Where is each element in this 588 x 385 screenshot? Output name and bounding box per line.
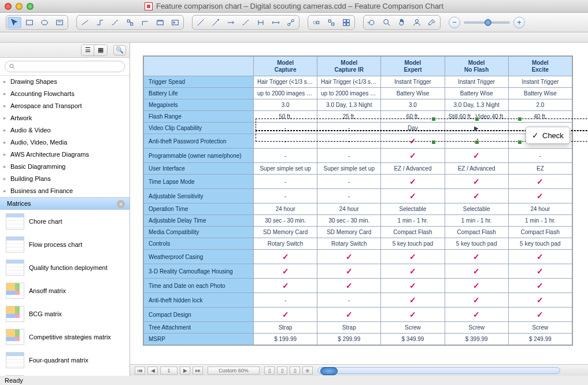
chart-cell[interactable]: -: [254, 293, 317, 308]
chart-cell[interactable]: ✓: [317, 264, 381, 279]
align-tool-2[interactable]: [324, 17, 338, 28]
chart-cell[interactable]: Compact Flash: [381, 227, 445, 238]
chart-cell[interactable]: Battery Wise: [381, 88, 445, 99]
text-tool[interactable]: [53, 17, 66, 28]
library-item[interactable]: BCG matrix: [0, 302, 130, 325]
chart-cell[interactable]: 3.0: [254, 99, 317, 111]
library-item[interactable]: Four-quadrant matrix: [0, 349, 130, 372]
chart-cell[interactable]: ✓: [445, 264, 508, 279]
chart-cell[interactable]: 2.0: [508, 99, 572, 111]
zoom-track[interactable]: [464, 21, 510, 24]
chart-cell[interactable]: Hair Trigger (<1/3 sec): [254, 76, 317, 88]
chart-cell[interactable]: $ 249.99: [508, 334, 572, 345]
sidebar-category-item[interactable]: Audio, Video, Media: [0, 136, 130, 149]
chart-cell[interactable]: ✓: [508, 175, 572, 189]
library-item[interactable]: Positioning map: [0, 372, 130, 376]
eyedropper-tool[interactable]: [425, 17, 439, 28]
chart-cell[interactable]: Selectable: [445, 203, 508, 215]
chart-cell[interactable]: ✓: [381, 175, 445, 189]
pan-tool[interactable]: [395, 17, 409, 28]
line-tool-1[interactable]: [194, 17, 208, 28]
zoom-tool[interactable]: [380, 17, 394, 28]
chart-cell[interactable]: 3.0: [381, 99, 445, 111]
chart-cell[interactable]: ✓: [445, 279, 508, 293]
sidebar-search-input[interactable]: [5, 61, 125, 72]
chart-cell[interactable]: ✓: [381, 264, 445, 279]
chart-cell[interactable]: 1 min - 1 hr.: [445, 215, 508, 227]
chart-cell[interactable]: ✓: [508, 189, 572, 203]
connector-tool-5[interactable]: [138, 17, 152, 28]
chart-cell[interactable]: ✓: [508, 264, 572, 279]
chart-cell[interactable]: ▶: [445, 123, 508, 134]
chart-cell[interactable]: -: [317, 189, 381, 203]
chart-cell[interactable]: 3.0 Day, 1.3 Night: [445, 99, 508, 111]
chart-cell[interactable]: -: [254, 175, 317, 189]
page-prev-button[interactable]: ◀: [147, 367, 158, 375]
chart-cell[interactable]: Still 60 ft., Video 40 ft.: [445, 111, 508, 123]
sidebar-category-item[interactable]: Business and Finance: [0, 185, 130, 197]
chart-cell[interactable]: EZ / Advanced: [445, 163, 508, 175]
chart-cell[interactable]: -: [508, 149, 572, 163]
chart-cell[interactable]: ✓: [254, 250, 317, 264]
chart-cell[interactable]: Battery Wise: [508, 88, 572, 99]
library-item[interactable]: Chore chart: [0, 210, 130, 233]
chart-cell[interactable]: up to 2000 images per set: [254, 88, 317, 99]
chart-cell[interactable]: EZ / Advanced: [381, 163, 445, 175]
chart-cell[interactable]: 60 ft.: [381, 111, 445, 123]
page-last-button[interactable]: ⏭: [193, 367, 203, 375]
view-toggle-grid[interactable]: ▦: [94, 45, 107, 55]
chart-cell[interactable]: ✓: [508, 293, 572, 308]
scrollbar-thumb[interactable]: [320, 367, 338, 375]
chart-cell[interactable]: ✓: [445, 175, 508, 189]
chart-cell[interactable]: Compact Flash: [445, 227, 508, 238]
chart-cell[interactable]: Hair Trigger (<1/3 sec): [317, 76, 381, 88]
chart-cell[interactable]: 50 ft.: [254, 111, 317, 123]
chart-cell[interactable]: Rotary Switch: [254, 238, 317, 250]
chart-cell[interactable]: 25 ft.: [317, 111, 381, 123]
canvas-scroll[interactable]: ModelCaptureModelCapture IRModelExpertMo…: [130, 43, 588, 364]
chart-cell[interactable]: 24 hour: [508, 203, 572, 215]
chart-cell[interactable]: ✓: [508, 308, 572, 322]
page-add[interactable]: ※: [302, 367, 313, 375]
chart-cell[interactable]: Selectable: [381, 203, 445, 215]
chart-cell[interactable]: -: [254, 134, 317, 149]
chart-cell[interactable]: Screw: [508, 322, 572, 334]
line-tool-4[interactable]: [239, 17, 253, 28]
sidebar-category-item[interactable]: Aerospace and Transport: [0, 100, 130, 112]
chart-cell[interactable]: 1 min - 1 hr.: [508, 215, 572, 227]
chart-cell[interactable]: ✓: [445, 134, 508, 149]
window-zoom-button[interactable]: [27, 3, 34, 10]
chart-cell[interactable]: Instant Trigger: [508, 76, 572, 88]
chart-cell[interactable]: SD Memory Card: [317, 227, 381, 238]
chart-cell[interactable]: Day: [381, 123, 445, 134]
connector-tool-3[interactable]: [108, 17, 122, 28]
sidebar-section-header[interactable]: Matrices ×: [0, 197, 130, 210]
chart-cell[interactable]: ✓: [317, 279, 381, 293]
pointer-tool[interactable]: [8, 17, 21, 28]
chart-cell[interactable]: ✓: [254, 279, 317, 293]
chart-cell[interactable]: -: [254, 189, 317, 203]
sidebar-category-item[interactable]: Accounting Flowcharts: [0, 88, 130, 100]
chart-cell[interactable]: -: [317, 175, 381, 189]
chart-cell[interactable]: $ 199.99: [254, 334, 317, 345]
chart-cell[interactable]: Rotary Switch: [317, 238, 381, 250]
align-tool-3[interactable]: [339, 17, 353, 28]
chart-cell[interactable]: Screw: [445, 322, 508, 334]
feature-comparison-chart[interactable]: ModelCaptureModelCapture IRModelExpertMo…: [143, 55, 573, 346]
refresh-tool[interactable]: [365, 17, 379, 28]
chart-cell[interactable]: $ 299.99: [317, 334, 381, 345]
window-minimize-button[interactable]: [16, 3, 23, 10]
library-item[interactable]: Quality function deployment: [0, 256, 130, 279]
chart-cell[interactable]: 24 hour: [254, 203, 317, 215]
chart-cell[interactable]: 5 key touch pad: [381, 238, 445, 250]
chart-cell[interactable]: ✓: [317, 308, 381, 322]
connector-tool-2[interactable]: [93, 17, 107, 28]
chart-cell[interactable]: ✓: [445, 149, 508, 163]
sidebar-category-item[interactable]: Building Plans: [0, 173, 130, 185]
chart-cell[interactable]: 3.0 Day, 1.3 Night: [317, 99, 381, 111]
chart-cell[interactable]: ✓: [381, 250, 445, 264]
chart-cell[interactable]: Instant Trigger: [381, 76, 445, 88]
value-popup[interactable]: ✓ Check: [526, 127, 570, 144]
library-item[interactable]: Flow process chart: [0, 233, 130, 256]
chart-cell[interactable]: $ 399.99: [445, 334, 508, 345]
